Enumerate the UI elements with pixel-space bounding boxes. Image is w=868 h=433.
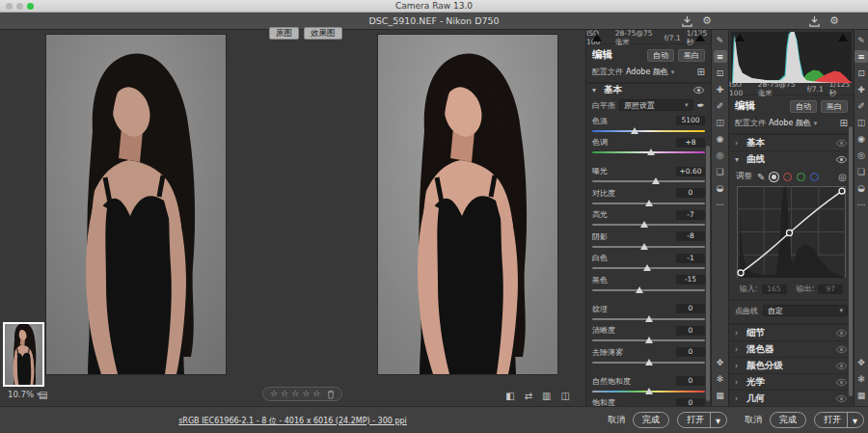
slider-value[interactable]: +8 (676, 138, 705, 148)
enhance-tool-icon[interactable]: ✻ (854, 372, 868, 385)
highlight-clipping-icon[interactable] (838, 34, 848, 41)
cancel-button[interactable]: 取消 (745, 414, 762, 426)
white-balance-dropdown[interactable]: 原照设置 ▾ (619, 99, 693, 111)
highlight-clipping-icon[interactable] (695, 34, 705, 41)
rating-star-icon[interactable]: ☆ (291, 388, 299, 400)
edit-panel-icon[interactable]: ≡ (714, 50, 727, 63)
slider-track[interactable] (592, 315, 705, 323)
split-view-icon[interactable]: ◫ (561, 391, 570, 401)
gradient-tool-icon[interactable]: ◫ (854, 116, 868, 128)
hand-tool-icon[interactable]: ✥ (714, 356, 727, 368)
panel-scrollbar[interactable] (849, 126, 853, 396)
more-tools-icon[interactable]: ⋯ (714, 198, 727, 210)
auto-button[interactable]: 自动 (790, 100, 817, 113)
zoom-level-dropdown[interactable]: 10.7% ▾ (8, 390, 41, 399)
slider-value[interactable]: 0 (676, 304, 705, 313)
after-image[interactable] (378, 35, 557, 374)
enhance-tool-icon[interactable]: ✻ (714, 372, 727, 385)
before-image[interactable] (46, 35, 226, 374)
chevron-down-icon[interactable]: ▼ (847, 413, 863, 427)
slider-thumb[interactable] (636, 286, 643, 293)
profile-browser-icon[interactable]: ⊞ (697, 67, 705, 77)
radial-tool-icon[interactable]: ◉ (854, 132, 868, 145)
hand-tool-icon[interactable]: ✥ (854, 356, 868, 368)
workflow-options-link[interactable]: sRGB IEC61966-2.1 - 8 位 - 4016 x 6016 (2… (0, 407, 585, 433)
done-button[interactable]: 完成 (633, 412, 669, 428)
copy-settings-icon[interactable]: ▥ (542, 391, 551, 401)
targeted-adjustment-icon[interactable]: ◎ (838, 172, 847, 182)
slider-thumb[interactable] (645, 315, 653, 322)
more-tools-icon[interactable]: ⋯ (854, 198, 868, 210)
slider-value[interactable]: 5100 (676, 116, 705, 125)
presets-icon[interactable]: ◒ (854, 181, 868, 194)
collapsed-section[interactable]: › 颜色分级 (729, 357, 854, 373)
rating-star-icon[interactable]: ☆ (312, 388, 320, 400)
filmstrip-thumbnail[interactable] (3, 322, 44, 387)
rating-star-icon[interactable]: ☆ (270, 388, 278, 400)
slider-track[interactable] (592, 200, 705, 207)
section-basic[interactable]: ▾ 基本 (586, 83, 711, 96)
save-image-icon[interactable] (681, 14, 693, 27)
section-basic-collapsed[interactable]: › 基本 (729, 134, 854, 150)
slider-value[interactable]: -15 (676, 275, 705, 284)
slider-value[interactable]: 0 (676, 376, 705, 386)
slider-track[interactable] (592, 221, 705, 229)
slider-track[interactable] (592, 127, 705, 135)
preferences-gear-icon[interactable]: ⚙ (829, 14, 839, 27)
slider-thumb[interactable] (640, 243, 648, 250)
profile-dropdown[interactable]: Adobe 颜色 (769, 118, 811, 128)
snapshots-icon[interactable]: ❏ (714, 165, 727, 177)
slider-track[interactable] (592, 177, 705, 185)
after-label-button[interactable]: 效果图 (304, 27, 342, 40)
pencil-tool-icon[interactable]: ✎ (714, 34, 727, 46)
slider-track[interactable] (592, 243, 705, 251)
curve-output-field[interactable]: 97 (818, 284, 843, 294)
slider-thumb[interactable] (643, 264, 651, 271)
curve-channel-red-button[interactable] (783, 173, 792, 181)
open-split-button[interactable]: 打开 ▼ (814, 412, 864, 428)
slider-value[interactable]: +0.60 (676, 167, 705, 176)
preferences-gear-icon[interactable]: ⚙ (702, 14, 712, 27)
slider-thumb[interactable] (645, 337, 653, 343)
crop-tool-icon[interactable]: ⊡ (854, 67, 868, 79)
section-visibility-eye-icon[interactable] (835, 378, 848, 387)
edit-panel-icon[interactable]: ≡ (854, 50, 868, 63)
section-curve-expanded[interactable]: ▾ 曲线 (729, 150, 854, 167)
slider-thumb[interactable] (640, 221, 648, 228)
slider-value[interactable]: 0 (676, 326, 705, 336)
slider-track[interactable] (592, 286, 705, 294)
slider-thumb[interactable] (647, 149, 655, 155)
shadow-clipping-icon[interactable] (592, 34, 602, 41)
curve-channel-all-button[interactable] (770, 173, 778, 181)
parametric-curve-icon[interactable]: ✎ (757, 172, 765, 182)
slider-track[interactable] (592, 359, 705, 366)
slider-thumb[interactable] (631, 127, 638, 134)
healing-tool-icon[interactable]: ✚ (854, 83, 868, 95)
slider-track[interactable] (592, 149, 705, 156)
slider-track[interactable] (592, 388, 705, 395)
slider-value[interactable]: -7 (676, 210, 705, 220)
grid-view-icon[interactable]: ▦ (714, 389, 727, 401)
collapsed-section[interactable]: › 几何 (729, 390, 854, 406)
brush-tool-icon[interactable]: ✐ (854, 99, 868, 112)
curve-input-field[interactable]: 165 (762, 284, 787, 294)
rating-star-icon[interactable]: ☆ (281, 388, 288, 400)
section-visibility-eye-icon[interactable] (692, 86, 705, 95)
cancel-button[interactable]: 取消 (608, 414, 625, 426)
section-visibility-eye-icon[interactable] (835, 362, 848, 370)
grid-view-icon[interactable]: ▦ (854, 389, 868, 401)
profile-browser-icon[interactable]: ⊞ (840, 118, 848, 128)
close-window-button[interactable] (6, 3, 13, 10)
white-balance-eyedropper-icon[interactable]: ✒ (697, 100, 705, 111)
bw-button[interactable]: 黑白 (821, 100, 848, 113)
section-visibility-eye-icon[interactable] (835, 155, 848, 164)
presets-icon[interactable]: ◒ (714, 181, 727, 194)
done-button[interactable]: 完成 (770, 412, 806, 428)
panel-scrollbar[interactable] (706, 146, 710, 401)
slider-track[interactable] (592, 264, 705, 272)
curve-channel-blue-button[interactable] (810, 173, 819, 181)
bw-button[interactable]: 黑白 (678, 49, 705, 62)
before-label-button[interactable]: 原图 (269, 27, 299, 40)
slider-thumb[interactable] (645, 388, 653, 394)
brush-tool-icon[interactable]: ✐ (714, 99, 727, 112)
